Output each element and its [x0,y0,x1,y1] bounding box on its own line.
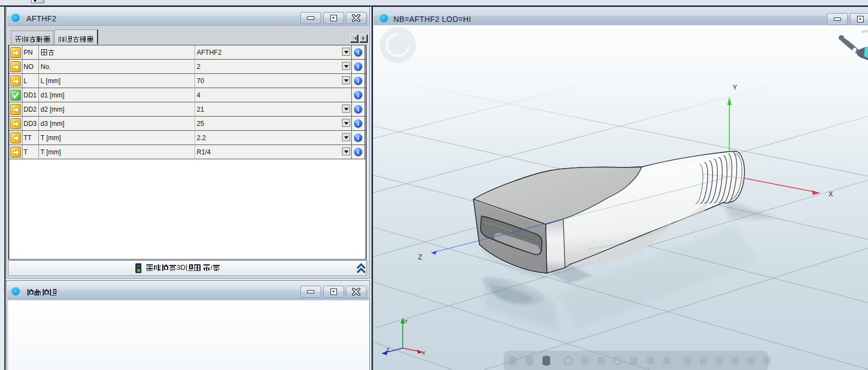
svg-text:X: X [422,350,425,356]
svg-text:Y: Y [404,319,408,324]
svg-text:Z: Z [386,347,390,352]
svg-text:X: X [829,190,833,198]
svg-text:Z: Z [418,253,422,261]
svg-text:Y: Y [733,84,737,91]
